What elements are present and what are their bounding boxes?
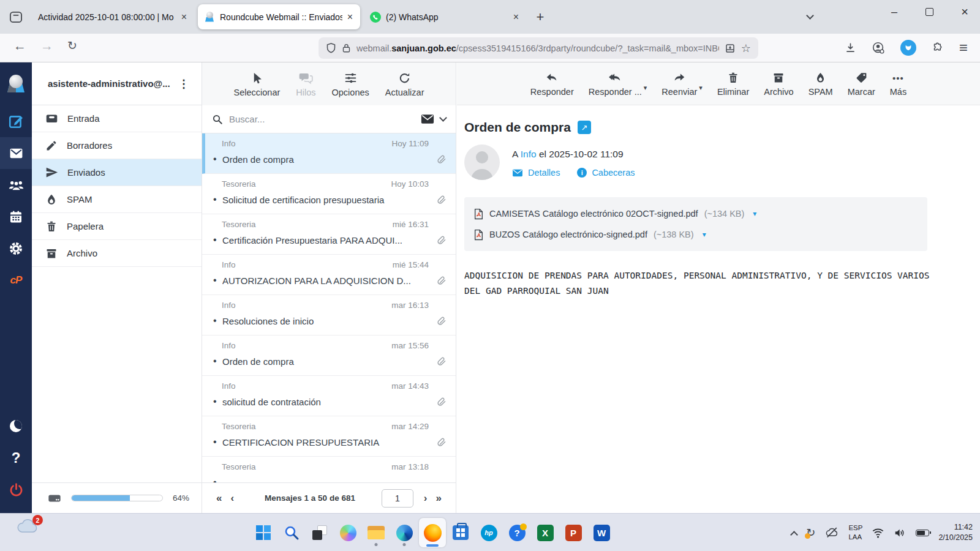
search-options-chevron-icon[interactable]: [439, 114, 447, 122]
search-input[interactable]: [229, 114, 415, 124]
copilot-button[interactable]: [334, 518, 361, 547]
rail-mail-button[interactable]: [0, 137, 32, 169]
downloads-icon[interactable]: [845, 42, 856, 54]
attachment-row[interactable]: CAMISETAS Catálogo electrónico 02OCT-sig…: [474, 203, 918, 224]
spam-button[interactable]: SPAM: [809, 70, 833, 97]
tab-close-icon[interactable]: ×: [512, 12, 520, 23]
microsoft-store-button[interactable]: [447, 518, 474, 547]
task-view-button[interactable]: [306, 518, 333, 547]
message-row[interactable]: Infomar 15:56 •Orden de compra: [202, 335, 456, 376]
tab-whatsapp[interactable]: (2) WhatsApp ×: [364, 4, 526, 29]
message-row[interactable]: Infomar 14:43 •solicitud de contratación: [202, 376, 456, 416]
last-page-button[interactable]: »: [432, 492, 446, 504]
reply-button[interactable]: Responder: [530, 70, 574, 97]
shield-icon[interactable]: [326, 43, 336, 53]
next-page-button[interactable]: ›: [420, 492, 432, 504]
attachment-menu-caret-icon[interactable]: ▾: [753, 209, 756, 218]
save-page-icon[interactable]: [725, 43, 736, 54]
rail-settings-button[interactable]: [0, 233, 32, 264]
message-row[interactable]: Tesoreriamar 14:29 •CERTIFICACION PRESUP…: [202, 416, 456, 457]
refresh-button[interactable]: Actualizar: [385, 71, 424, 97]
sync-status-icon[interactable]: ↻: [806, 526, 815, 539]
close-window-button[interactable]: ×: [958, 5, 971, 19]
prev-page-button[interactable]: ‹: [226, 492, 238, 504]
tray-expand-chevron-icon[interactable]: [790, 531, 798, 539]
excel-button[interactable]: X: [532, 518, 559, 547]
reply-all-button[interactable]: Responder ...: [589, 70, 642, 97]
recipient-link[interactable]: Info: [521, 149, 537, 159]
message-row[interactable]: TesoreriaHoy 10:03 •Solicitud de certifi…: [202, 174, 456, 214]
page-number-input[interactable]: 1: [382, 489, 413, 508]
folder-archivo[interactable]: Archivo: [32, 240, 202, 267]
firefox-view-button[interactable]: [5, 6, 27, 28]
word-button[interactable]: W: [588, 518, 615, 547]
url-text[interactable]: webmail.sanjuan.gob.ec/cpsess3519415166/…: [356, 43, 719, 53]
message-row[interactable]: Infomar 16:13 •Resoluciones de inicio: [202, 295, 456, 335]
mark-button[interactable]: Marcar: [848, 70, 875, 97]
attachment-menu-caret-icon[interactable]: ▾: [703, 230, 706, 239]
account-menu-kebab-icon[interactable]: ⋮: [175, 77, 193, 91]
folder-spam[interactable]: SPAM: [32, 186, 202, 213]
tab-close-icon[interactable]: ×: [346, 12, 354, 23]
taskbar-search-button[interactable]: [278, 518, 305, 547]
restore-button[interactable]: [925, 8, 933, 16]
minimize-button[interactable]: –: [888, 6, 901, 18]
tab-actividad[interactable]: Actividad 2025-10-01 08:00:00 | Mo ×: [32, 4, 194, 29]
search-scope-mail-icon[interactable]: [421, 114, 434, 124]
menu-hamburger-icon[interactable]: ≡: [959, 39, 968, 56]
tray-clock[interactable]: 11:42 2/10/2025: [938, 522, 973, 543]
archive-button[interactable]: Archivo: [764, 70, 793, 97]
folder-borradores[interactable]: Borradores: [32, 132, 202, 159]
rail-calendar-button[interactable]: [0, 201, 32, 233]
threads-button[interactable]: Hilos: [296, 71, 315, 97]
folder-enviados-selected[interactable]: Enviados: [32, 159, 202, 186]
message-row[interactable]: InfoHoy 11:09 •Orden de compra: [202, 133, 456, 174]
new-tab-button[interactable]: +: [530, 9, 551, 25]
start-button[interactable]: [250, 518, 277, 547]
powerpoint-button[interactable]: P: [560, 518, 587, 547]
reply-all-caret-icon[interactable]: ▾: [644, 84, 647, 92]
message-row[interactable]: Tesoreriamié 16:31 •Certificación Presup…: [202, 214, 456, 255]
bookmark-star-icon[interactable]: ☆: [741, 42, 751, 55]
battery-icon[interactable]: [916, 530, 929, 536]
firefox-button-active[interactable]: [419, 518, 446, 547]
url-bar[interactable]: webmail.sanjuan.gob.ec/cpsess3519415166/…: [318, 37, 758, 59]
language-indicator[interactable]: ESP LAA: [848, 523, 862, 542]
rail-cpanel-button[interactable]: cP: [0, 264, 32, 296]
tab-roundcube-active[interactable]: Roundcube Webmail :: Enviados ×: [198, 4, 360, 29]
message-row[interactable]: Tesoreriamar 13:18 •: [202, 457, 456, 482]
tab-close-icon[interactable]: ×: [180, 12, 188, 23]
attachment-row[interactable]: BUZOS Catálogo electrónico-signed.pdf (~…: [474, 224, 918, 245]
open-in-new-window-icon[interactable]: ↗: [578, 121, 591, 134]
options-button[interactable]: Opciones: [332, 71, 369, 97]
details-link[interactable]: Detalles: [512, 168, 560, 178]
account-header[interactable]: asistente-administrativo@... ⋮: [32, 62, 202, 105]
back-button[interactable]: ←: [13, 39, 26, 53]
logout-power-button[interactable]: [0, 474, 32, 506]
cloud-notification-icon[interactable]: 2: [16, 519, 40, 541]
select-button[interactable]: Seleccionar: [234, 71, 281, 97]
onedrive-offline-icon[interactable]: [824, 526, 839, 539]
headers-link[interactable]: i Cabeceras: [577, 168, 635, 178]
privacy-extension-icon[interactable]: [900, 40, 916, 56]
list-all-tabs-button[interactable]: [807, 10, 815, 17]
compose-button[interactable]: [0, 105, 32, 137]
first-page-button[interactable]: «: [212, 492, 226, 504]
folder-papelera[interactable]: Papelera: [32, 213, 202, 240]
folder-entrada[interactable]: Entrada: [32, 105, 202, 132]
extensions-puzzle-icon[interactable]: [932, 42, 944, 54]
lock-icon[interactable]: [342, 43, 351, 53]
forward-caret-icon[interactable]: ▾: [699, 84, 703, 92]
help-button[interactable]: ?: [0, 442, 32, 474]
get-help-button[interactable]: ?: [503, 518, 530, 547]
hp-button[interactable]: hp: [475, 518, 502, 547]
wifi-icon[interactable]: [872, 527, 884, 539]
more-button[interactable]: ••• Más: [890, 70, 907, 97]
forward-button[interactable]: →: [40, 39, 53, 53]
reload-button[interactable]: ↻: [67, 39, 77, 53]
rail-contacts-button[interactable]: [0, 169, 32, 201]
forward-button[interactable]: Reenviar: [662, 70, 697, 97]
edge-button[interactable]: [391, 518, 418, 547]
account-profile-icon[interactable]: [872, 41, 885, 54]
message-row[interactable]: Infomié 15:44 •AUTORIZACION PARA LA ADQU…: [202, 255, 456, 295]
